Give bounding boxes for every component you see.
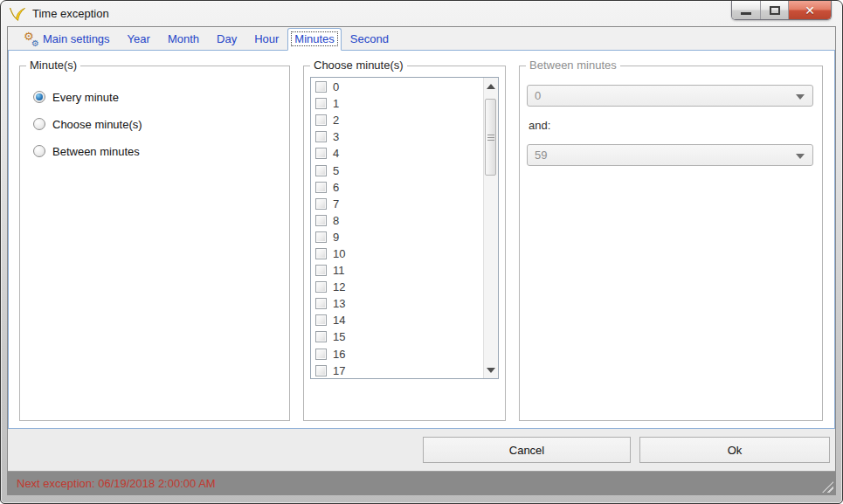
scrollbar-thumb[interactable] (485, 99, 496, 176)
group-title: Choose minute(s) (310, 59, 407, 72)
radio-between-minutes[interactable]: Between minutes (33, 142, 289, 160)
list-item[interactable]: 14 (312, 312, 482, 328)
list-item[interactable]: 5 (312, 162, 482, 178)
tab-hour[interactable]: Hour (245, 29, 287, 50)
radio-button-icon (33, 91, 45, 103)
list-item[interactable]: 15 (312, 328, 482, 345)
checkbox-icon[interactable] (315, 314, 327, 326)
cancel-button[interactable]: Cancel (423, 437, 631, 463)
minutes-listbox[interactable]: 0 1 2 3 4 5 6 7 8 9 10 11 12 13 (310, 77, 499, 379)
close-button[interactable]: ✕ (789, 1, 831, 19)
list-item[interactable]: 13 (312, 295, 482, 312)
list-item[interactable]: 17 (312, 362, 482, 379)
checkbox-icon[interactable] (315, 148, 327, 159)
chevron-down-icon (796, 94, 805, 100)
titlebar[interactable]: Time exception ✕ (1, 1, 842, 26)
scroll-up-button[interactable] (484, 79, 498, 93)
list-item[interactable]: 2 (312, 112, 482, 128)
checkbox-icon[interactable] (315, 198, 327, 210)
tab-main-settings[interactable]: ⚙⚙ Main settings (15, 29, 119, 50)
tab-label: Month (168, 32, 199, 45)
list-item-label: 16 (333, 348, 345, 361)
tab-month[interactable]: Month (159, 29, 208, 50)
checkbox-icon[interactable] (315, 298, 327, 309)
client-area: ⚙⚙ Main settings Year Month Day Hour Min… (7, 26, 836, 495)
group-title: Minute(s) (26, 59, 80, 72)
checkbox-icon[interactable] (315, 165, 327, 176)
to-minute-dropdown[interactable]: 59 (527, 144, 813, 166)
checkbox-icon[interactable] (315, 265, 327, 276)
checkbox-icon[interactable] (315, 248, 327, 259)
checkbox-icon[interactable] (315, 182, 327, 193)
list-item-label: 14 (333, 314, 345, 327)
list-item-label: 4 (333, 147, 339, 160)
next-exception-status: Next exception: 06/19/2018 2:00:00 AM (17, 477, 216, 490)
checkbox-icon[interactable] (315, 81, 327, 93)
checkbox-icon[interactable] (315, 365, 327, 376)
radio-button-icon (33, 118, 45, 130)
list-item[interactable]: 1 (312, 95, 482, 112)
tab-second[interactable]: Second (342, 29, 397, 50)
and-label: and: (529, 119, 813, 132)
tab-label: Day (217, 32, 237, 45)
tab-year[interactable]: Year (119, 29, 159, 50)
close-icon: ✕ (805, 4, 815, 17)
radio-button-icon (33, 145, 45, 157)
tab-day[interactable]: Day (208, 29, 245, 50)
list-item[interactable]: 9 (312, 229, 482, 245)
radio-every-minute[interactable]: Every minute (33, 88, 289, 106)
list-item-label: 17 (333, 364, 345, 377)
list-item[interactable]: 4 (312, 145, 482, 162)
list-item-label: 10 (333, 247, 345, 260)
status-bar: Next exception: 06/19/2018 2:00:00 AM (8, 471, 835, 494)
list-item[interactable]: 16 (312, 346, 482, 362)
ok-button[interactable]: Ok (639, 437, 830, 463)
checkbox-icon[interactable] (315, 114, 327, 126)
checkbox-icon[interactable] (315, 98, 327, 109)
maximize-button[interactable] (761, 1, 789, 19)
radio-label: Every minute (52, 91, 119, 104)
from-minute-dropdown[interactable]: 0 (527, 85, 813, 107)
tab-label: Year (128, 32, 150, 45)
radio-group: Every minute Choose minute(s) Between mi… (20, 66, 289, 160)
minimize-button[interactable] (732, 1, 761, 19)
list-item[interactable]: 0 (312, 79, 482, 95)
list-item[interactable]: 7 (312, 196, 482, 212)
tab-label: Minutes (292, 32, 337, 45)
checkbox-icon[interactable] (315, 349, 327, 360)
list-item[interactable]: 6 (312, 179, 482, 196)
triangle-up-icon (487, 84, 495, 89)
resize-grip-icon[interactable] (822, 481, 833, 493)
group-minutes-mode: Minute(s) Every minute Choose minute(s) … (19, 66, 290, 421)
tab-minutes[interactable]: Minutes (287, 28, 342, 51)
checkbox-icon[interactable] (315, 131, 327, 142)
list-item-label: 13 (333, 297, 345, 310)
maximize-icon (770, 6, 780, 15)
scrollbar-grip-icon (487, 135, 494, 141)
tab-label: Second (350, 32, 389, 45)
tab-bar: ⚙⚙ Main settings Year Month Day Hour Min… (8, 27, 835, 51)
window: Time exception ✕ ⚙⚙ Main settings Year (0, 0, 843, 504)
tab-page-minutes: Minute(s) Every minute Choose minute(s) … (8, 51, 835, 429)
group-choose-minutes: Choose minute(s) 0 1 2 3 4 5 6 7 8 9 10 (303, 66, 506, 421)
checkbox-icon[interactable] (315, 231, 327, 243)
scroll-down-button[interactable] (484, 363, 498, 376)
list-item[interactable]: 12 (312, 279, 482, 295)
list-item-label: 2 (333, 114, 339, 127)
triangle-down-icon (487, 368, 495, 373)
checkbox-icon[interactable] (315, 281, 327, 293)
list-item[interactable]: 10 (312, 245, 482, 262)
tab-label: Main settings (43, 32, 110, 45)
chevron-down-icon (796, 154, 805, 159)
app-logo-icon (9, 6, 26, 22)
list-item[interactable]: 11 (312, 262, 482, 279)
radio-label: Between minutes (52, 145, 140, 158)
checkbox-icon[interactable] (315, 331, 327, 342)
radio-choose-minutes[interactable]: Choose minute(s) (33, 115, 289, 133)
checkbox-icon[interactable] (315, 215, 327, 226)
dropdown-value: 0 (535, 89, 541, 102)
list-item[interactable]: 3 (312, 128, 482, 145)
vertical-scrollbar[interactable] (483, 78, 498, 378)
list-item-label: 8 (333, 214, 339, 227)
list-item[interactable]: 8 (312, 212, 482, 229)
